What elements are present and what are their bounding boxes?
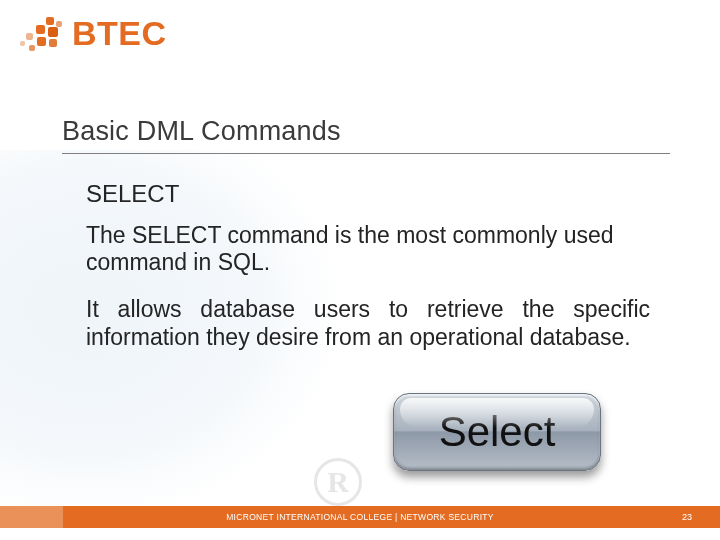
select-button-label: Select bbox=[439, 408, 556, 456]
section-heading: SELECT bbox=[86, 180, 650, 208]
slide-title: Basic DML Commands bbox=[62, 116, 670, 151]
btec-logo: BTEC bbox=[20, 14, 167, 53]
title-area: Basic DML Commands bbox=[62, 116, 670, 154]
footer-text: MICRONET INTERNATIONAL COLLEGE | NETWORK… bbox=[0, 512, 720, 522]
select-button-graphic: Select bbox=[388, 386, 606, 478]
registered-letter: R bbox=[327, 465, 349, 499]
title-underline bbox=[62, 153, 670, 154]
page-number: 23 bbox=[682, 512, 692, 522]
registered-watermark-icon: R bbox=[314, 458, 362, 506]
paragraph-2: It allows database users to retrieve the… bbox=[86, 296, 650, 351]
select-button: Select bbox=[393, 393, 601, 471]
logo-text: BTEC bbox=[72, 14, 167, 53]
body-content: SELECT The SELECT command is the most co… bbox=[86, 180, 650, 351]
footer-bar: MICRONET INTERNATIONAL COLLEGE | NETWORK… bbox=[0, 506, 720, 528]
logo-dots-icon bbox=[20, 15, 66, 53]
paragraph-1: The SELECT command is the most commonly … bbox=[86, 222, 650, 276]
slide: BTEC Basic DML Commands SELECT The SELEC… bbox=[0, 0, 720, 540]
